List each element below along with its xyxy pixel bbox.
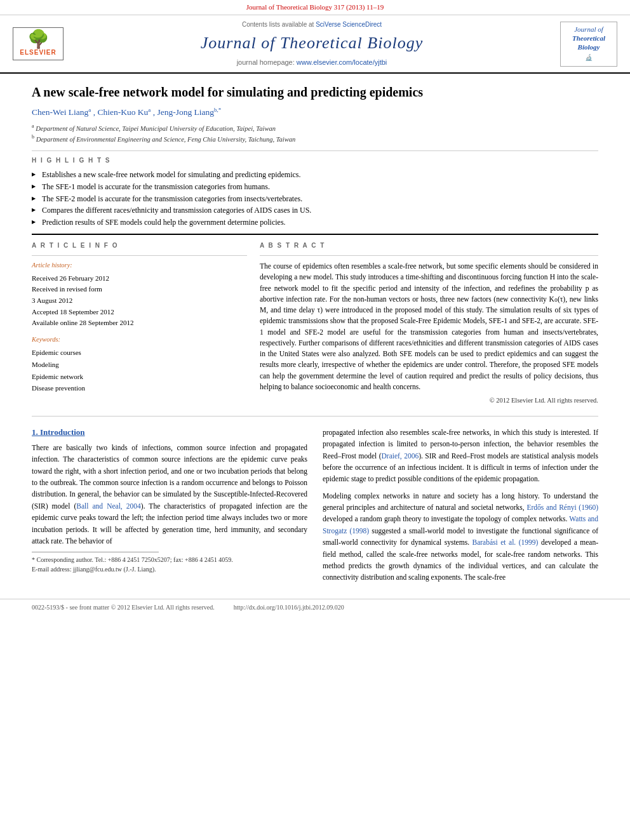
affil-a-text: Department of Natural Science, Taipei Mu… xyxy=(36,124,276,131)
author1-sup: a xyxy=(88,106,91,112)
bottom-bar: 0022-5193/$ - see front matter © 2012 El… xyxy=(0,599,630,616)
doi-text: http://dx.doi.org/10.1016/j.jtbi.2012.09… xyxy=(234,603,344,612)
elsevier-name: ELSEVIER xyxy=(20,48,56,57)
contents-label: Contents lists available at xyxy=(242,21,314,28)
footnote-line1: * Corresponding author. Tel.: +886 4 245… xyxy=(32,555,307,564)
info-divider xyxy=(32,255,247,256)
copyright-line: © 2012 Elsevier Ltd. All rights reserved… xyxy=(260,396,598,406)
homepage-label: journal homepage: xyxy=(237,58,295,66)
journal-logo-box: Journal ofTheoreticalBiology 🔬 xyxy=(560,22,617,67)
abstract-text: The course of epidemics often resembles … xyxy=(260,261,598,392)
highlight-item: The SFE-1 model is accurate for the tran… xyxy=(32,181,598,193)
affil-a-sup: a xyxy=(32,123,34,129)
ref-barabasi[interactable]: Barabási et al. (1999) xyxy=(473,538,539,546)
sciverse-line: Contents lists available at SciVerse Sci… xyxy=(70,20,554,29)
footnote: * Corresponding author. Tel.: +886 4 245… xyxy=(32,555,307,574)
affiliations: a Department of Natural Science, Taipei … xyxy=(32,123,598,145)
received-date: Received 26 February 2012 xyxy=(32,273,247,284)
author3-name: , Jeng-Jong Liang xyxy=(153,107,214,117)
intro-para-right1: propagated infection also resembles scal… xyxy=(323,427,598,485)
intro-para-right2: Modeling complex networks in nature and … xyxy=(323,490,598,583)
keyword-3: Epidemic network xyxy=(32,371,247,383)
authors-line: Chen-Wei Lianga , Chien-Kuo Kua , Jeng-J… xyxy=(32,105,598,118)
divider-1 xyxy=(32,150,598,151)
highlights-label: H I G H L I G H T S xyxy=(32,156,598,165)
elsevier-logo: 🌳 ELSEVIER xyxy=(13,27,64,60)
footnote-divider xyxy=(32,552,159,552)
journal-homepage: journal homepage: www.elsevier.com/locat… xyxy=(70,58,554,67)
available-date: Available online 28 September 2012 xyxy=(32,317,247,329)
body-left-col: 1. Introduction There are basically two … xyxy=(32,427,307,589)
abstract-label: A B S T R A C T xyxy=(260,241,598,250)
affil-b-text: Department of Environmental Engineering … xyxy=(36,135,296,142)
history-label: Article history: xyxy=(32,261,247,270)
section-divider xyxy=(32,416,598,417)
ref-draief[interactable]: Draief, 2006 xyxy=(382,452,419,460)
accepted-date: Accepted 18 September 2012 xyxy=(32,307,247,318)
author2-link[interactable]: , Chien-Kuo Kua xyxy=(93,107,153,117)
revised-label: Received in revised form xyxy=(32,284,247,295)
journal-title: Journal of Theoretical Biology xyxy=(70,32,554,55)
highlight-item: Prediction results of SFE models could h… xyxy=(32,217,598,229)
history-table: Received 26 February 2012 Received in re… xyxy=(32,273,247,329)
abstract-divider xyxy=(260,255,598,256)
highlight-item: Compares the different races/ethnicity a… xyxy=(32,204,598,217)
ref-erdos[interactable]: Erdős and Rényi (1960) xyxy=(526,503,598,511)
highlights-list: Establishes a new scale-free network mod… xyxy=(32,169,598,229)
keyword-1: Epidemic courses xyxy=(32,347,247,359)
author3-sup: b,* xyxy=(214,106,221,112)
author1-name: Chen-Wei Liang xyxy=(32,107,88,117)
author2-name: , Chien-Kuo Ku xyxy=(93,107,149,117)
elsevier-tree-icon: 🌳 xyxy=(27,30,50,48)
main-content: A new scale-free network model for simul… xyxy=(0,74,630,599)
paper-title: A new scale-free network model for simul… xyxy=(32,84,598,100)
ref-watts[interactable]: Watts and Strogatz (1998) xyxy=(323,515,598,534)
revised-date: 3 August 2012 xyxy=(32,295,247,307)
journal-header: 🌳 ELSEVIER Contents lists available at S… xyxy=(0,15,630,74)
article-info-abstract: A R T I C L E I N F O Article history: R… xyxy=(32,241,598,406)
keyword-2: Modeling xyxy=(32,359,247,371)
abstract-panel: A B S T R A C T The course of epidemics … xyxy=(260,241,598,406)
keywords-list: Epidemic courses Modeling Epidemic netwo… xyxy=(32,347,247,394)
keyword-4: Disease prevention xyxy=(32,382,247,394)
header-center: Contents lists available at SciVerse Sci… xyxy=(70,20,554,67)
journal-logo-text: Journal ofTheoreticalBiology xyxy=(563,25,614,52)
journal-banner: Journal of Theoretical Biology 317 (2013… xyxy=(0,0,630,15)
footnote-line2: E-mail address: jjliang@fcu.edu.tw (J.-J… xyxy=(32,564,307,574)
intro-heading: 1. Introduction xyxy=(32,427,307,438)
ref-ball-neal[interactable]: Ball and Neal, 2004 xyxy=(76,502,141,510)
banner-text: Journal of Theoretical Biology 317 (2013… xyxy=(246,3,384,11)
author1-link[interactable]: Chen-Wei Lianga xyxy=(32,107,93,117)
homepage-url[interactable]: www.elsevier.com/locate/yjtbi xyxy=(297,58,387,66)
highlight-item: Establishes a new scale-free network mod… xyxy=(32,169,598,181)
intro-para1: There are basically two kinds of infecti… xyxy=(32,442,307,547)
affil-b-sup: b xyxy=(32,134,34,140)
keywords-label: Keywords: xyxy=(32,335,247,345)
highlight-item: The SFE-2 model is accurate for the tran… xyxy=(32,193,598,205)
article-info-label: A R T I C L E I N F O xyxy=(32,241,247,250)
divider-thick xyxy=(32,234,598,235)
journal-logo-icon: 🔬 xyxy=(563,53,614,62)
author3-link[interactable]: , Jeng-Jong Liangb,* xyxy=(153,107,222,117)
author2-sup: a xyxy=(148,106,151,112)
body-right-col: propagated infection also resembles scal… xyxy=(323,427,598,589)
issn-text: 0022-5193/$ - see front matter © 2012 El… xyxy=(32,603,215,612)
article-info-panel: A R T I C L E I N F O Article history: R… xyxy=(32,241,247,406)
sciverse-link[interactable]: SciVerse ScienceDirect xyxy=(316,21,382,28)
body-columns: 1. Introduction There are basically two … xyxy=(32,427,598,589)
